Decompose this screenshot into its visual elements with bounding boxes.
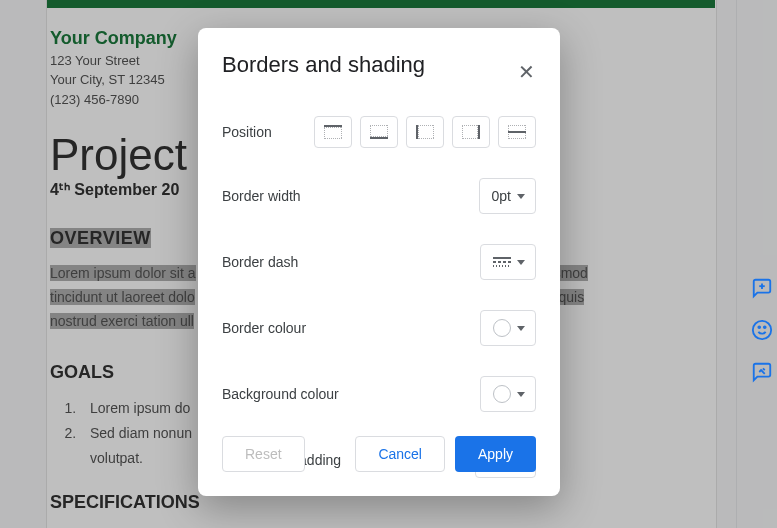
border-colour-dropdown[interactable]: [480, 310, 536, 346]
side-rail: [747, 274, 777, 386]
emoji-icon[interactable]: [748, 316, 776, 344]
border-width-label: Border width: [222, 188, 301, 204]
background-colour-dropdown[interactable]: [480, 376, 536, 412]
cancel-button[interactable]: Cancel: [355, 436, 445, 472]
border-dash-dropdown[interactable]: [480, 244, 536, 280]
suggest-edits-icon[interactable]: [748, 358, 776, 386]
background-colour-label: Background colour: [222, 386, 339, 402]
colour-swatch-icon: [493, 385, 511, 403]
position-label: Position: [222, 124, 272, 140]
border-width-row: Border width 0pt: [222, 178, 536, 214]
border-top-button[interactable]: [314, 116, 352, 148]
border-between-button[interactable]: [498, 116, 536, 148]
border-dash-label: Border dash: [222, 254, 298, 270]
apply-button[interactable]: Apply: [455, 436, 536, 472]
svg-point-13: [758, 326, 760, 328]
add-comment-icon[interactable]: [748, 274, 776, 302]
border-width-dropdown[interactable]: 0pt: [479, 178, 536, 214]
dialog-button-row: Reset Cancel Apply: [222, 436, 536, 472]
border-colour-row: Border colour: [222, 310, 536, 346]
borders-shading-dialog: Borders and shading ✕ Position Border wi…: [198, 28, 560, 496]
svg-point-14: [764, 326, 766, 328]
chevron-down-icon: [517, 392, 525, 397]
border-bottom-button[interactable]: [360, 116, 398, 148]
colour-swatch-icon: [493, 319, 511, 337]
position-row: Position: [222, 116, 536, 148]
border-left-button[interactable]: [406, 116, 444, 148]
chevron-down-icon: [517, 194, 525, 199]
svg-rect-5: [418, 125, 434, 139]
chevron-down-icon: [517, 326, 525, 331]
close-icon[interactable]: ✕: [512, 58, 540, 86]
svg-rect-8: [508, 131, 526, 133]
dash-style-icon: [493, 257, 511, 267]
svg-rect-1: [324, 127, 342, 139]
svg-rect-7: [462, 125, 478, 139]
border-right-button[interactable]: [452, 116, 490, 148]
reset-button[interactable]: Reset: [222, 436, 305, 472]
border-dash-row: Border dash: [222, 244, 536, 280]
position-group: [314, 116, 536, 148]
chevron-down-icon: [517, 260, 525, 265]
dialog-title: Borders and shading: [222, 52, 536, 78]
svg-rect-3: [370, 125, 388, 137]
background-colour-row: Background colour: [222, 376, 536, 412]
border-colour-label: Border colour: [222, 320, 306, 336]
svg-point-12: [753, 321, 771, 339]
